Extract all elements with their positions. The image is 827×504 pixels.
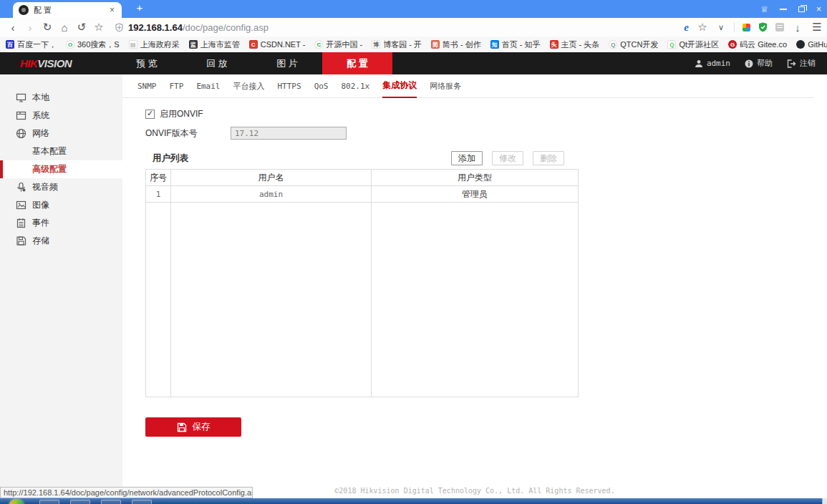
onvif-version-label: ONVIF版本号 [145, 127, 231, 140]
toutiao-icon: 头 [550, 40, 558, 49]
hikvision-logo: HIKVISION [20, 57, 112, 69]
bookmark-gitee[interactable]: G码云 Gitee.co [728, 39, 787, 50]
modify-user-button[interactable]: 修改 [492, 151, 523, 165]
bookmark-baidu[interactable]: 百百度一下， [6, 39, 57, 50]
extensions-grid-icon[interactable] [743, 24, 750, 32]
bookmark-zhihu[interactable]: 知首页 - 知乎 [490, 39, 541, 50]
sidebar-item-event[interactable]: 事件 [0, 214, 122, 232]
logout-icon [787, 59, 796, 68]
sidebar-item-system[interactable]: 系统 [0, 107, 122, 125]
table-row[interactable]: 1 admin 管理员 [146, 186, 578, 203]
tab-platform-access[interactable]: 平台接入 [233, 74, 265, 97]
gitee-icon: G [728, 40, 737, 49]
sidebar-item-storage[interactable]: 存储 [0, 232, 122, 250]
capture-extension-icon[interactable] [775, 23, 784, 32]
bookmark-shanghai-gov[interactable]: ▤上海政府采 [129, 39, 180, 50]
ie-mode-icon[interactable]: e [684, 21, 689, 34]
jianshu-icon: 简 [431, 40, 440, 49]
favorite-star-icon[interactable]: ☆ [697, 21, 708, 34]
sidebar-item-advanced-config[interactable]: 高级配置 [0, 160, 122, 178]
add-user-button[interactable]: 添加 [451, 151, 483, 165]
taskbar-button[interactable] [70, 500, 90, 504]
adblock-shield-icon[interactable] [758, 22, 768, 32]
taskbar-button[interactable] [101, 500, 121, 504]
tab-8021x[interactable]: 802.1x [342, 74, 370, 97]
bookmark-csdn[interactable]: CCSDN.NET - [249, 40, 306, 49]
enable-onvif-checkbox[interactable] [145, 110, 155, 119]
status-url-tooltip: http://192.168.1.64/doc/page/config/netw… [0, 487, 253, 498]
tab-integration-protocol[interactable]: 集成协议 [382, 74, 417, 98]
browser-tab[interactable]: 配 置 × [13, 2, 122, 18]
delete-user-button[interactable]: 删除 [533, 151, 564, 165]
sidebar-item-basic-config[interactable]: 基本配置 [0, 142, 122, 160]
save-button[interactable]: 保存 [145, 417, 241, 437]
tab-network-service[interactable]: 网络服务 [430, 74, 461, 97]
sidebar-item-network[interactable]: 网络 [0, 125, 122, 142]
tab-close-icon[interactable]: × [108, 5, 116, 15]
start-button-icon[interactable] [9, 499, 24, 504]
back-icon[interactable]: ‹ [4, 21, 21, 34]
nav-preview[interactable]: 预 览 [112, 52, 182, 74]
url-host: 192.168.1.64 [128, 22, 183, 33]
bookmark-oschina[interactable]: C开源中国 - [314, 39, 362, 50]
windows-taskbar [0, 498, 827, 504]
oschina-icon: C [314, 40, 323, 49]
column-username: 用户名 [171, 170, 372, 185]
tab-ftp[interactable]: FTP [170, 74, 184, 97]
close-button[interactable]: × [816, 5, 821, 14]
address-bar[interactable]: 192.168.1.64 /doc/page/config.asp [115, 22, 678, 33]
tab-snmp[interactable]: SNMP [137, 74, 157, 97]
tab-email[interactable]: Email [196, 74, 220, 97]
bookmark-github[interactable]: GitHub [796, 40, 827, 49]
chevron-down-icon[interactable]: ∨ [716, 23, 726, 32]
github-icon [796, 40, 805, 49]
event-icon [16, 218, 26, 228]
bookmark-star-icon[interactable]: ☆ [90, 21, 107, 34]
onvif-version-input[interactable]: 17.12 [231, 127, 347, 140]
menu-icon[interactable]: ☰ [811, 21, 823, 34]
bookmark-shanghai-regulator[interactable]: 监上海市监管 [189, 39, 240, 50]
baidu-icon: 百 [6, 40, 14, 49]
content-panel: SNMP FTP Email 平台接入 HTTPS QoS 802.1x 集成协… [122, 74, 827, 498]
show-desktop-button[interactable] [822, 498, 827, 504]
sidebar-item-local[interactable]: 本地 [0, 89, 122, 107]
reload-icon[interactable]: ↻ [39, 21, 56, 34]
help-button[interactable]: 帮助 [745, 58, 773, 69]
monitor-icon [16, 92, 26, 103]
info-icon [745, 59, 753, 68]
forward-icon[interactable]: › [21, 21, 39, 34]
main-nav: 预 览 回 放 图 片 配 置 [112, 52, 392, 74]
maximize-button[interactable] [798, 6, 805, 12]
save-label: 保存 [193, 421, 211, 433]
table-header-row: 序号 用户名 用户类型 [146, 170, 578, 186]
logout-label: 注销 [800, 58, 816, 69]
logout-button[interactable]: 注销 [787, 58, 816, 69]
home-icon[interactable]: ⌂ [56, 21, 73, 34]
tab-https[interactable]: HTTPS [278, 74, 301, 97]
undo-icon[interactable]: ↺ [73, 21, 90, 34]
bookmark-jianshu[interactable]: 简简书 - 创作 [431, 39, 481, 50]
sidebar-item-audio-video[interactable]: 视音频 [0, 178, 122, 196]
help-label: 帮助 [757, 58, 773, 69]
tab-qos[interactable]: QoS [314, 74, 329, 97]
taskbar-button[interactable] [39, 500, 59, 504]
bookmark-qt-community[interactable]: QQt开源社区 [667, 39, 719, 50]
nav-config[interactable]: 配 置 [322, 52, 392, 74]
bookmark-360-search[interactable]: O360搜索，S [66, 39, 120, 50]
taskbar-button[interactable] [132, 500, 152, 504]
sidebar-item-image[interactable]: 图像 [0, 196, 122, 214]
bookmark-qtcn[interactable]: QQTCN开发 [609, 39, 658, 50]
bookmark-cnblogs[interactable]: 博博客园 - 开 [372, 39, 422, 50]
row-username: admin [171, 186, 372, 202]
new-tab-button[interactable]: + [132, 1, 147, 14]
minimize-button[interactable] [780, 9, 787, 10]
bookmark-toutiao[interactable]: 头主页 - 头条 [550, 39, 600, 50]
csdn-icon: C [249, 40, 258, 49]
column-user-type: 用户类型 [372, 170, 578, 185]
download-icon[interactable]: ↓ [792, 21, 803, 34]
nav-picture[interactable]: 图 片 [252, 52, 322, 74]
nav-playback[interactable]: 回 放 [182, 52, 252, 74]
shanghai-regulator-icon: 监 [189, 40, 198, 49]
browser-skin-icon[interactable]: ♕ [760, 5, 768, 14]
sidebar: 本地 系统 网络 基本配置 高级配置 视音频 图像 [0, 74, 122, 498]
